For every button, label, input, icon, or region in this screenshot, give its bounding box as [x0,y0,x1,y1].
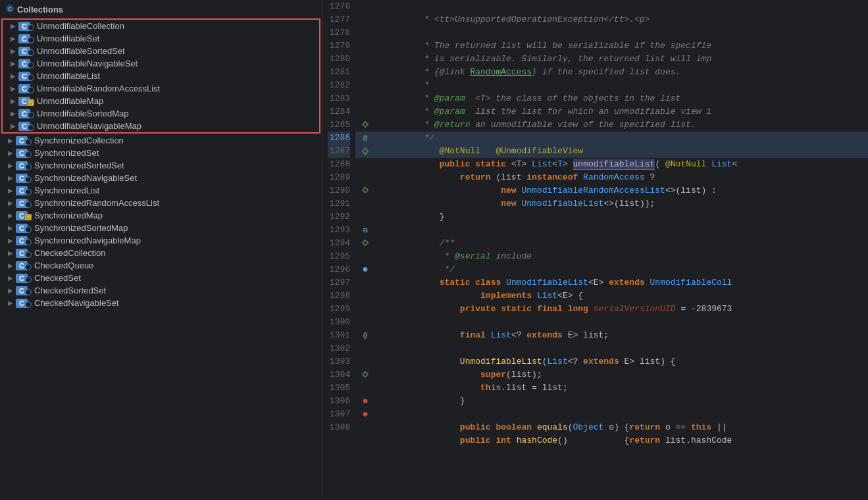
tree-item-synchronized-navigable-set[interactable]: ▶ C SynchronizedNavigableSet [0,172,322,184]
class-icon-wrapper: C [16,249,32,258]
fold-tri-4-icon [362,371,369,379]
fold-triangle-icon [362,121,369,129]
tree-item-checked-sorted-set[interactable]: ▶ C CheckedSortedSet [0,284,322,297]
ln-1287: 1287 [328,145,350,158]
tree-item-unmodifiable-sorted-set[interactable]: ▶ C UnmodifiableSortedSet [3,45,319,57]
class-icon-wrapper: C [18,109,34,118]
code-line-1286: @NotNull @UnmodifiableView [375,132,868,145]
code-area: 1276 1277 1278 1279 1280 1281 1282 1283 … [322,0,868,434]
gutter-1291 [355,197,375,211]
item-label: UnmodifiableSet [37,34,99,43]
line-numbers: 1276 1277 1278 1279 1280 1281 1282 1283 … [322,0,355,434]
code-line-1276: * <tt>UnsupportedOperationException</tt>… [375,0,868,13]
svg-marker-4 [363,188,368,193]
circle-badge [25,201,32,208]
class-icon-wrapper: C [18,59,34,68]
class-icon-wrapper: C [16,149,32,158]
tree-item-checked-set[interactable]: ▶ C CheckedSet [0,272,322,284]
item-label: CheckedCollection [34,248,105,258]
item-label: CheckedSet [34,273,81,283]
gutter-1306: ● [355,395,375,408]
tree-item-synchronized-sorted-map[interactable]: ▶ C SynchronizedSortedMap [0,222,322,234]
ln-1307: 1307 [328,408,350,421]
tree-item-synchronized-map[interactable]: ▶ C 🔒 SynchronizedMap [0,209,322,222]
collapse-arrow: ▶ [5,149,16,157]
gutter-1298 [355,289,375,303]
tree-item-synchronized-navigable-map[interactable]: ▶ C SynchronizedNavigableMap [0,234,322,247]
collapse-arrow: ▶ [8,110,18,117]
item-label: SynchronizedNavigableMap [34,236,141,245]
item-label: UnmodifiableSortedMap [37,109,128,118]
left-panel[interactable]: C Collections ▶ C UnmodifiableCollection… [0,0,322,500]
code-line-1293: /** [375,224,868,237]
ln-1299: 1299 [328,303,350,316]
gutter-1278 [355,26,375,39]
gutter-1287 [355,145,375,158]
ln-1283: 1283 [328,92,350,105]
gutter-1279 [355,39,375,53]
item-label: SynchronizedNavigableSet [34,173,137,183]
fold-triangle-2-icon [362,187,369,195]
ln-1308: 1308 [328,421,350,434]
gutter-1295 [355,250,375,263]
ln-1280: 1280 [328,53,350,66]
circle-badge [28,87,34,93]
class-icon-wrapper: C [18,22,34,31]
tree-item-unmodifiable-random-access-list[interactable]: ▶ C UnmodifiableRandomAccessList [3,82,319,95]
class-icon-wrapper: C [16,286,32,295]
tree-item-unmodifiable-collection[interactable]: ▶ C UnmodifiableCollection [3,20,319,32]
collapse-arrow: ▶ [5,162,16,169]
ln-1306: 1306 [328,395,350,408]
tree-item-checked-queue[interactable]: ▶ C CheckedQueue [0,259,322,272]
class-icon-wrapper: C [16,174,32,183]
gutter-1292 [355,211,375,224]
gutter-1276 [355,0,375,13]
gutter-1303 [355,355,375,368]
ln-1305: 1305 [328,382,350,395]
gutter-1288 [355,158,375,171]
tree-item-checked-navigable-set[interactable]: ▶ C CheckedNavigableSet [0,297,322,309]
collapse-arrow: ▶ [8,35,18,42]
ln-1285: 1285 [328,118,350,132]
tree-item-synchronized-set[interactable]: ▶ C SynchronizedSet [0,147,322,159]
circle-badge [25,264,32,270]
tree-item-unmodifiable-navigable-map[interactable]: ▶ C UnmodifiableNavigableMap [3,120,319,132]
gutter-1304 [355,368,375,382]
collapse-arrow: ▶ [8,22,18,30]
ln-1304: 1304 [328,368,350,382]
ln-1295: 1295 [328,250,350,263]
ln-1300: 1300 [328,316,350,329]
class-icon-wrapper: C [18,122,34,131]
collapse-arrow: ▶ [8,60,18,67]
gutter: @ ⊟ ● [355,0,375,434]
circle-badge [25,151,32,158]
class-icon-wrapper: C [16,224,32,233]
circle-badge [28,74,34,81]
item-label: UnmodifiableCollection [37,21,124,31]
collapse-arrow: ▶ [8,72,18,80]
ln-1301: 1301 [328,329,350,342]
gutter-1296: ● [355,263,375,276]
collapse-arrow: ▶ [5,274,16,282]
circle-badge [25,139,32,145]
gutter-1299 [355,303,375,316]
ln-1286: 1286 [328,132,350,145]
tree-item-unmodifiable-sorted-map[interactable]: ▶ C UnmodifiableSortedMap [3,107,319,120]
tree-item-unmodifiable-set[interactable]: ▶ C UnmodifiableSet [3,32,319,45]
tree-item-unmodifiable-list[interactable]: ▶ C UnmodifiableList [3,70,319,82]
tree-item-unmodifiable-navigable-set[interactable]: ▶ C UnmodifiableNavigableSet [3,57,319,70]
collapse-arrow: ▶ [5,212,16,219]
code-line-1307: public boolean equals(Object o) {return … [375,408,868,421]
right-panel[interactable]: 1276 1277 1278 1279 1280 1281 1282 1283 … [322,0,868,500]
fold-diamond-icon [362,147,369,155]
tree-item-synchronized-collection[interactable]: ▶ C SynchronizedCollection [0,134,322,147]
tree-item-synchronized-sorted-set[interactable]: ▶ C SynchronizedSortedSet [0,159,322,172]
tree-item-synchronized-list[interactable]: ▶ C SynchronizedList [0,184,322,197]
gutter-1277 [355,13,375,26]
tree-item-unmodifiable-map[interactable]: ▶ C 🔒 UnmodifiableMap [3,95,319,107]
tree-item-checked-collection[interactable]: ▶ C CheckedCollection [0,247,322,259]
collapse-arrow: ▶ [8,47,18,55]
tree-item-synchronized-random-access-list[interactable]: ▶ C SynchronizedRandomAccessList [0,197,322,209]
item-label: CheckedQueue [34,261,93,270]
code-lines: * <tt>UnsupportedOperationException</tt>… [375,0,868,434]
